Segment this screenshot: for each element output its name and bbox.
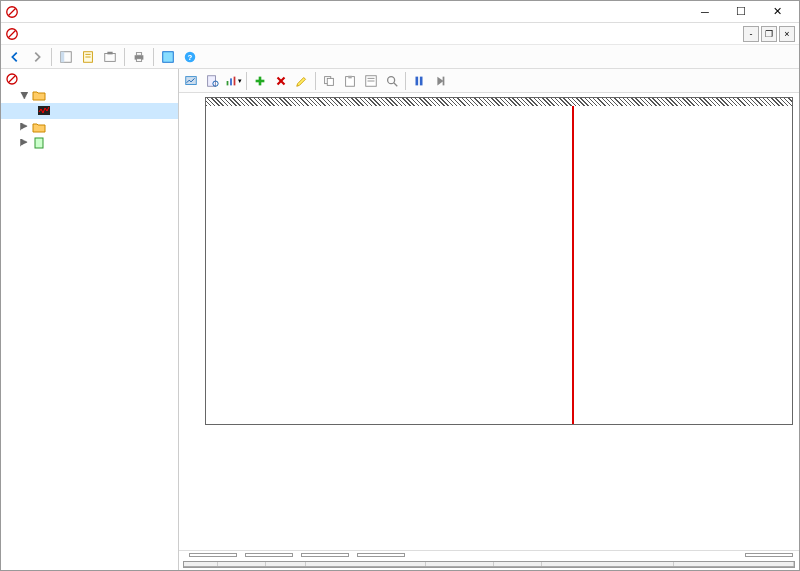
back-button[interactable] [5, 47, 25, 67]
tree-view[interactable]: ⯆ ⯈ ⯈ [1, 69, 179, 571]
tree-node-monitoring-tools[interactable]: ⯆ [1, 87, 178, 103]
zoom-button[interactable] [382, 71, 402, 91]
last-value [189, 553, 237, 557]
time-cursor [572, 106, 574, 424]
tree-node-data-collector-sets[interactable]: ⯈ [1, 119, 178, 135]
svg-rect-14 [163, 51, 174, 62]
menu-window[interactable] [79, 32, 95, 36]
help-button[interactable]: ? [180, 47, 200, 67]
col-scale[interactable] [266, 562, 306, 566]
svg-line-39 [394, 82, 398, 86]
y-axis [183, 103, 205, 419]
svg-rect-9 [105, 53, 116, 61]
tree-node-performance[interactable] [1, 71, 178, 87]
graph-type-button[interactable]: ▾ [223, 71, 243, 91]
perfmon-icon [37, 104, 51, 118]
svg-rect-25 [230, 78, 232, 85]
svg-rect-5 [61, 51, 65, 62]
mdi-minimize-button[interactable]: - [743, 26, 759, 42]
svg-rect-12 [136, 52, 141, 55]
app-icon-small [5, 27, 19, 41]
menu-action[interactable] [43, 32, 59, 36]
maximum-value [357, 553, 405, 557]
svg-rect-40 [416, 76, 419, 85]
tree-node-reports[interactable]: ⯈ [1, 135, 178, 151]
svg-line-18 [9, 76, 15, 82]
mdi-close-button[interactable]: × [779, 26, 795, 42]
folder-icon [32, 88, 46, 102]
col-color[interactable] [218, 562, 266, 566]
col-object[interactable] [542, 562, 674, 566]
svg-point-38 [388, 76, 395, 83]
menu-help[interactable] [97, 32, 113, 36]
view-current-button[interactable] [181, 71, 201, 91]
app-icon [5, 5, 19, 19]
svg-line-3 [9, 30, 16, 37]
duration-value [745, 553, 793, 557]
add-counter-button[interactable] [250, 71, 270, 91]
tree-node-performance-monitor[interactable] [1, 103, 178, 119]
update-button[interactable] [430, 71, 450, 91]
svg-rect-24 [227, 81, 229, 85]
grid-header [184, 562, 794, 567]
svg-rect-21 [186, 76, 197, 84]
menu-file[interactable] [25, 32, 41, 36]
svg-line-1 [9, 8, 16, 15]
svg-rect-41 [420, 76, 423, 85]
reports-icon [32, 136, 46, 150]
col-instance[interactable] [426, 562, 494, 566]
col-parent[interactable] [494, 562, 542, 566]
properties-button[interactable] [361, 71, 381, 91]
graph-toolbar: ▾ [179, 69, 799, 93]
minimum-value [301, 553, 349, 557]
folder-icon [32, 120, 46, 134]
col-show[interactable] [184, 562, 218, 566]
paste-button[interactable] [340, 71, 360, 91]
copy-button[interactable] [319, 71, 339, 91]
show-hide-tree-button[interactable] [56, 47, 76, 67]
highlight-button[interactable] [292, 71, 312, 91]
svg-rect-10 [107, 51, 112, 54]
svg-rect-13 [136, 58, 141, 61]
refresh-button[interactable] [158, 47, 178, 67]
svg-rect-32 [327, 78, 333, 85]
delete-counter-button[interactable] [271, 71, 291, 91]
expand-icon[interactable]: ⯈ [19, 138, 29, 148]
collapse-icon[interactable]: ⯆ [19, 90, 29, 100]
chart-area [179, 93, 799, 550]
counter-grid[interactable] [183, 561, 795, 568]
average-value [245, 553, 293, 557]
stats-bar [179, 550, 799, 559]
export-button[interactable] [100, 47, 120, 67]
maximize-button[interactable]: ☐ [723, 1, 759, 23]
close-button[interactable]: ✕ [759, 1, 795, 23]
svg-text:?: ? [188, 52, 193, 61]
title-bar: ─ ☐ ✕ [1, 1, 799, 23]
forward-button[interactable] [27, 47, 47, 67]
plot-svg [206, 98, 792, 424]
menu-bar: - ❐ × [1, 23, 799, 45]
minimize-button[interactable]: ─ [687, 1, 723, 23]
col-computer[interactable] [674, 562, 794, 566]
svg-rect-26 [234, 76, 236, 85]
plot[interactable] [205, 97, 793, 425]
col-counter[interactable] [306, 562, 426, 566]
freeze-button[interactable] [409, 71, 429, 91]
expand-icon[interactable]: ⯈ [19, 122, 29, 132]
svg-rect-20 [35, 138, 43, 148]
performance-icon [5, 72, 19, 86]
mdi-restore-button[interactable]: ❐ [761, 26, 777, 42]
svg-rect-34 [348, 75, 352, 78]
print-button[interactable] [129, 47, 149, 67]
menu-view[interactable] [61, 32, 77, 36]
view-log-button[interactable] [202, 71, 222, 91]
main-toolbar: ? [1, 45, 799, 69]
x-axis [205, 425, 793, 427]
properties-button[interactable] [78, 47, 98, 67]
